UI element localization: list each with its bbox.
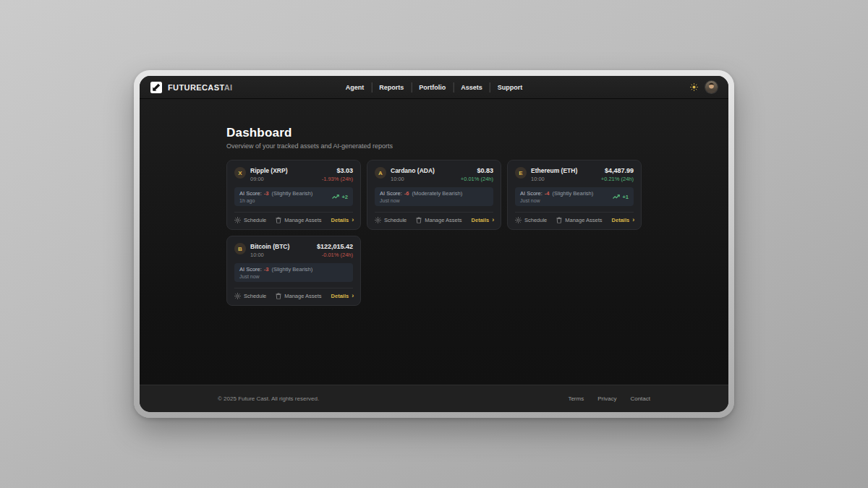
- asset-symbol-badge: X: [234, 167, 246, 179]
- schedule-button[interactable]: Schedule: [234, 217, 266, 223]
- trash-icon: [556, 217, 562, 223]
- footer-link-privacy[interactable]: Privacy: [597, 395, 616, 402]
- asset-card-actions: Schedule Manage Assets Details ›: [375, 212, 493, 223]
- copyright-text: © 2025 Future Cast. All rights reserved.: [218, 395, 319, 402]
- asset-price: $122,015.42: [317, 243, 353, 250]
- nav-item-reports[interactable]: Reports: [371, 82, 411, 93]
- manage-assets-button[interactable]: Manage Assets: [556, 217, 602, 223]
- asset-card: E Ethereum (ETH) 10:00 $4,487.99 +0.21% …: [507, 160, 642, 230]
- asset-name: Cardano (ADA): [391, 167, 456, 174]
- chevron-right-icon: ›: [352, 217, 354, 223]
- asset-symbol-badge: E: [515, 167, 527, 179]
- asset-change-24h: +0.21% (24h): [601, 176, 634, 182]
- ai-sentiment: (Slightly Bearish): [553, 190, 594, 197]
- footer-links: Terms Privacy Contact: [568, 395, 650, 402]
- details-label: Details: [331, 217, 349, 223]
- trash-icon: [276, 217, 281, 223]
- details-button[interactable]: Details ›: [331, 293, 354, 299]
- nav-item-agent[interactable]: Agent: [339, 82, 372, 93]
- asset-report-time: 09:00: [250, 176, 318, 182]
- manage-assets-button[interactable]: Manage Assets: [276, 217, 321, 223]
- schedule-label: Schedule: [244, 217, 266, 223]
- gear-icon: [234, 217, 241, 223]
- footer-link-contact[interactable]: Contact: [630, 395, 650, 402]
- trend-up-icon: [332, 194, 339, 200]
- asset-card: A Cardano (ADA) 10:00 $0.83 +0.01% (24h)…: [367, 160, 501, 230]
- asset-change-24h: +0.01% (24h): [461, 176, 493, 182]
- ai-score-label: AI Score:: [380, 190, 402, 197]
- ai-score-value: -3: [264, 190, 269, 197]
- details-button[interactable]: Details ›: [331, 217, 354, 223]
- ai-updated-time: Just now: [520, 198, 593, 203]
- nav-item-portfolio[interactable]: Portfolio: [411, 82, 453, 93]
- schedule-button[interactable]: Schedule: [375, 217, 407, 223]
- asset-card-header: B Bitcoin (BTC) 10:00 $122,015.42 -0.01%…: [234, 243, 353, 258]
- score-trend-badge: +1: [613, 194, 629, 200]
- gear-icon: [515, 217, 522, 223]
- asset-card-header: A Cardano (ADA) 10:00 $0.83 +0.01% (24h): [375, 167, 493, 182]
- asset-name: Ethereum (ETH): [531, 167, 597, 174]
- asset-name: Ripple (XRP): [250, 167, 318, 174]
- asset-card: X Ripple (XRP) 09:00 $3.03 -1.93% (24h) …: [226, 160, 361, 230]
- footer-link-terms[interactable]: Terms: [568, 395, 584, 402]
- trash-icon: [276, 293, 281, 299]
- asset-card-actions: Schedule Manage Assets Details ›: [234, 288, 353, 299]
- ai-sentiment: (Slightly Bearish): [272, 190, 313, 197]
- score-trend-badge: +2: [332, 194, 348, 200]
- page-subtitle: Overview of your tracked assets and AI-g…: [226, 142, 642, 150]
- ai-score-label: AI Score:: [239, 190, 262, 197]
- ai-score-value: -4: [545, 190, 550, 197]
- details-label: Details: [612, 217, 630, 223]
- asset-card-header: E Ethereum (ETH) 10:00 $4,487.99 +0.21% …: [515, 167, 634, 182]
- asset-card-actions: Schedule Manage Assets Details ›: [515, 212, 634, 223]
- page-title: Dashboard: [226, 127, 642, 139]
- user-avatar[interactable]: [705, 81, 718, 93]
- asset-change-24h: -0.01% (24h): [317, 252, 353, 258]
- brand: FUTURECASTAI: [150, 82, 233, 93]
- ai-updated-time: Just now: [380, 198, 462, 203]
- manage-assets-label: Manage Assets: [284, 217, 321, 223]
- app-footer: © 2025 Future Cast. All rights reserved.…: [140, 385, 728, 412]
- app-logo-icon: [150, 82, 162, 93]
- chevron-right-icon: ›: [352, 293, 354, 299]
- brand-name: FUTURECASTAI: [168, 83, 233, 92]
- details-button[interactable]: Details ›: [472, 217, 495, 223]
- asset-symbol-badge: B: [234, 243, 246, 254]
- ai-score-strip: AI Score:-3(Slightly Bearish) 1h ago +2: [234, 187, 353, 206]
- ai-score-strip: AI Score:-6(Moderately Bearish) Just now: [375, 187, 493, 206]
- nav-item-support[interactable]: Support: [490, 82, 530, 93]
- asset-change-24h: -1.93% (24h): [322, 176, 353, 182]
- asset-price: $3.03: [322, 167, 353, 174]
- ai-sentiment: (Slightly Bearish): [272, 266, 313, 273]
- schedule-button[interactable]: Schedule: [515, 217, 547, 223]
- nav-item-assets[interactable]: Assets: [453, 82, 490, 93]
- asset-card: B Bitcoin (BTC) 10:00 $122,015.42 -0.01%…: [226, 236, 361, 306]
- schedule-label: Schedule: [524, 217, 547, 223]
- manage-assets-label: Manage Assets: [284, 293, 321, 299]
- gear-icon: [375, 217, 381, 223]
- top-bar-actions: [690, 81, 718, 93]
- asset-price: $4,487.99: [601, 167, 634, 174]
- asset-price: $0.83: [461, 167, 493, 174]
- device-frame: FUTURECASTAI Agent Reports Portfolio Ass…: [134, 70, 734, 418]
- manage-assets-button[interactable]: Manage Assets: [276, 293, 321, 299]
- ai-score-value: -3: [264, 266, 269, 273]
- asset-card-actions: Schedule Manage Assets Details ›: [234, 212, 353, 223]
- trend-up-icon: [613, 194, 620, 200]
- ai-score-label: AI Score:: [520, 190, 542, 197]
- ai-updated-time: 1h ago: [239, 198, 312, 203]
- theme-toggle-sun-icon[interactable]: [690, 83, 698, 91]
- ai-sentiment: (Moderately Bearish): [412, 190, 463, 197]
- ai-score-label: AI Score:: [239, 266, 262, 273]
- cards-grid: X Ripple (XRP) 09:00 $3.03 -1.93% (24h) …: [226, 160, 642, 306]
- manage-assets-button[interactable]: Manage Assets: [416, 217, 461, 223]
- schedule-button[interactable]: Schedule: [234, 293, 266, 299]
- details-label: Details: [472, 217, 490, 223]
- score-trend-value: +2: [341, 194, 348, 200]
- ai-updated-time: Just now: [239, 274, 312, 279]
- asset-report-time: 10:00: [531, 176, 597, 182]
- asset-report-time: 10:00: [391, 176, 456, 182]
- trash-icon: [416, 217, 422, 223]
- details-button[interactable]: Details ›: [612, 217, 635, 223]
- details-label: Details: [331, 293, 349, 299]
